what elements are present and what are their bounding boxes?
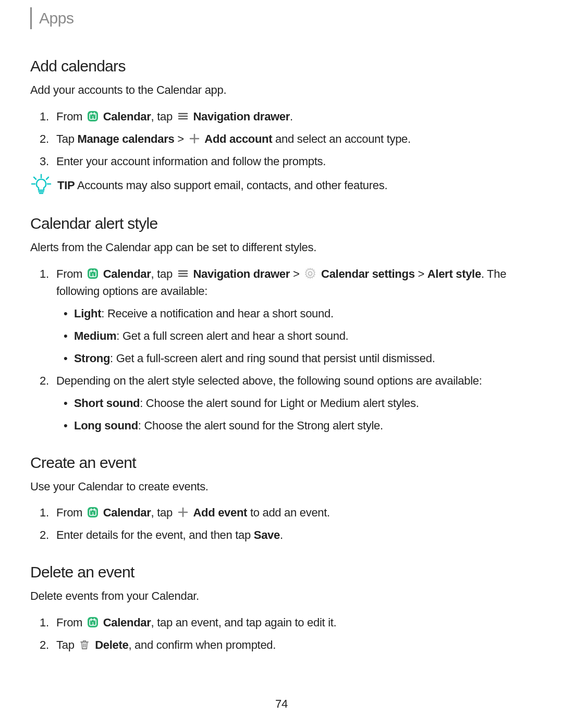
list-item: Light: Receive a notification and hear a… [74, 305, 533, 322]
calendar-icon [87, 267, 99, 280]
list-item: Long sound: Choose the alert sound for t… [74, 417, 533, 434]
heading-delete-event: Delete an event [30, 561, 533, 583]
steps-alert-style: From Calendar, tap Navigation drawer > C… [30, 265, 533, 434]
page-header: Apps [30, 0, 533, 29]
sound-options: Short sound: Choose the alert sound for … [56, 394, 533, 434]
heading-add-calendars: Add calendars [30, 55, 533, 77]
navigation-drawer-icon [177, 110, 189, 122]
heading-create-event: Create an event [30, 452, 533, 474]
header-rule [30, 7, 32, 29]
step: Tap Manage calendars > Add account and s… [56, 130, 533, 147]
list-item: Medium: Get a full screen alert and hear… [74, 327, 533, 344]
calendar-icon [87, 616, 99, 628]
page-title: Apps [39, 7, 74, 29]
step: From Calendar, tap Navigation drawer > C… [56, 265, 533, 367]
intro-alert-style: Alerts from the Calendar app can be set … [30, 240, 533, 256]
calendar-icon [87, 506, 99, 519]
step: From Calendar, tap Navigation drawer. [56, 108, 533, 125]
step: Enter details for the event, and then ta… [56, 526, 533, 544]
plus-icon [177, 506, 189, 519]
navigation-drawer-icon [177, 267, 189, 280]
tip-icon [30, 173, 52, 195]
steps-create-event: From Calendar, tap Add event to add an e… [30, 504, 533, 544]
intro-add-calendars: Add your accounts to the Calendar app. [30, 82, 533, 98]
intro-delete-event: Delete events from your Calendar. [30, 588, 533, 604]
step: Tap Delete, and confirm when prompted. [56, 636, 533, 653]
step: From Calendar, tap Add event to add an e… [56, 504, 533, 521]
alert-options: Light: Receive a notification and hear a… [56, 305, 533, 367]
calendar-icon [87, 110, 99, 122]
list-item: Short sound: Choose the alert sound for … [74, 394, 533, 412]
steps-add-calendars: From Calendar, tap Navigation drawer. Ta… [30, 108, 533, 170]
tip-box: TIP Accounts may also support email, con… [30, 177, 533, 195]
step: From Calendar, tap an event, and tap aga… [56, 614, 533, 631]
steps-delete-event: From Calendar, tap an event, and tap aga… [30, 614, 533, 653]
heading-alert-style: Calendar alert style [30, 213, 533, 235]
list-item: Strong: Get a full-screen alert and ring… [74, 350, 533, 367]
step: Depending on the alert style selected ab… [56, 372, 533, 434]
tip-text: TIP Accounts may also support email, con… [57, 177, 387, 194]
step: Enter your account information and follo… [56, 153, 533, 170]
gear-icon [303, 267, 317, 280]
page-number: 74 [0, 696, 563, 712]
trash-icon [78, 638, 91, 651]
intro-create-event: Use your Calendar to create events. [30, 479, 533, 495]
plus-icon [188, 132, 201, 145]
